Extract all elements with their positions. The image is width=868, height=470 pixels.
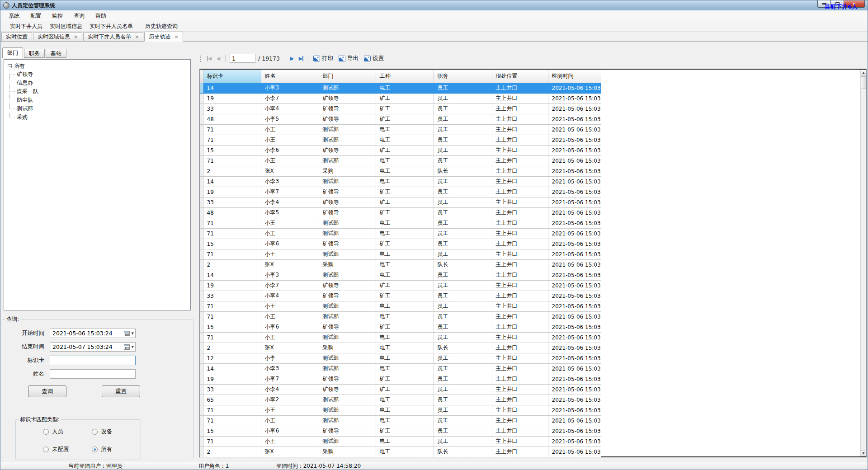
- toolbar-button-历史轨迹查询[interactable]: 历史轨迹查询: [142, 21, 181, 32]
- column-header-现处位置[interactable]: 现处位置: [492, 70, 548, 83]
- tree-root-node[interactable]: 所有: [6, 62, 189, 70]
- radio-option-人员[interactable]: 人员: [43, 428, 92, 436]
- toolbar-button-实时区域信息[interactable]: 实时区域信息: [46, 21, 86, 32]
- reset-button[interactable]: 重置: [102, 385, 140, 397]
- table-row[interactable]: 33小李4矿领导矿工员工主上井口2021-05-06 15:03: [200, 291, 601, 301]
- calendar-icon[interactable]: [124, 344, 130, 350]
- tab-实时区域信息[interactable]: 实时区域信息×: [33, 32, 82, 41]
- column-header-姓名[interactable]: 姓名: [261, 70, 319, 83]
- table-row[interactable]: 71小王测试部电工员工主上井口2021-05-06 15:03: [200, 155, 601, 166]
- menu-item-5[interactable]: 帮助: [90, 10, 112, 22]
- tree-node-煤采一队[interactable]: 煤采一队: [9, 87, 189, 96]
- last-page-button[interactable]: ▶: [297, 54, 306, 63]
- input-标识卡[interactable]: [50, 356, 136, 365]
- menu-item-2[interactable]: 配置: [25, 10, 47, 22]
- export-button[interactable]: 导出: [336, 54, 361, 63]
- radio-option-所有[interactable]: 所有: [92, 446, 141, 453]
- tab-close-icon[interactable]: ×: [174, 34, 178, 39]
- radio-icon-所有[interactable]: [92, 446, 98, 452]
- dropdown-arrow-icon[interactable]: ▼: [132, 345, 134, 349]
- filter-tab-部门[interactable]: 部门: [2, 47, 23, 58]
- table-row[interactable]: 14小李3测试部电工员工主上井口2021-05-06 15:03: [200, 176, 601, 187]
- tree-node-采购[interactable]: 采购: [9, 113, 189, 122]
- datetime-picker-开始时间[interactable]: 2021-05-06 15:03:24▼: [50, 329, 136, 338]
- tree-node-防尘队[interactable]: 防尘队: [9, 96, 189, 104]
- next-page-button[interactable]: ▶: [288, 54, 297, 63]
- column-header-部门[interactable]: 部门: [319, 70, 376, 83]
- radio-icon-设备[interactable]: [92, 429, 98, 435]
- table-row[interactable]: 33小李4矿领导矿工员工主上井口2021-05-06 15:03: [200, 103, 601, 114]
- table-row[interactable]: 15小李6矿领导矿工员工主上井口2021-05-06 15:03: [200, 322, 601, 332]
- table-row[interactable]: 19小李7矿领导矿工员工主上井口2021-05-06 15:03: [200, 187, 601, 197]
- table-row[interactable]: 71小王测试部电工员工主上井口2021-05-06 15:03: [200, 332, 601, 343]
- table-row[interactable]: 33小李4矿领导矿工员工主上井口2021-05-06 15:03: [200, 197, 601, 207]
- menu-item-1[interactable]: 系统: [3, 10, 25, 22]
- toolbar-button-实时下井人员名单[interactable]: 实时下井人员名单: [86, 21, 137, 32]
- tab-close-icon[interactable]: ×: [74, 34, 78, 39]
- table-row[interactable]: 71小王测试部电工员工主上井口2021-05-06 15:03: [200, 135, 601, 145]
- table-row[interactable]: 2张X采购电工队长主上井口2021-05-06 15:03: [200, 343, 601, 353]
- scroll-up-button[interactable]: ▲: [861, 70, 866, 76]
- table-row[interactable]: 2张X采购电工队长主上井口2021-05-06 15:03: [200, 166, 601, 176]
- table-row[interactable]: 71小王测试部电工员工主上井口2021-05-06 15:03: [200, 228, 601, 239]
- dropdown-arrow-icon[interactable]: ▼: [132, 332, 134, 335]
- table-row[interactable]: 15小李6矿领导矿工员工主上井口2021-05-06 15:03: [200, 145, 601, 155]
- page-number-input[interactable]: [230, 54, 255, 63]
- menu-item-3[interactable]: 监控: [47, 10, 68, 22]
- tree-node-信息办[interactable]: 信息办: [9, 79, 189, 87]
- table-row[interactable]: 33小李4矿领导矿工员工主上井口2021-05-06 15:03: [200, 384, 601, 395]
- table-row[interactable]: 48小李5矿领导矿工员工主上井口2021-05-06 15:03: [200, 114, 601, 124]
- table-row[interactable]: 14小李3测试部电工员工主上井口2021-05-06 15:03: [200, 270, 601, 280]
- tab-close-icon[interactable]: ×: [135, 34, 139, 39]
- table-row[interactable]: 14小李3测试部电工员工主上井口2021-05-06 15:03: [200, 83, 601, 93]
- input-姓名[interactable]: [50, 369, 136, 379]
- datetime-picker-结束时间[interactable]: 2021-05-07 15:03:24▼: [50, 342, 136, 352]
- table-row[interactable]: 12小李测试部电工员工主上井口2021-05-06 15:03: [200, 353, 601, 363]
- prev-page-button[interactable]: ◀: [214, 54, 223, 63]
- radio-option-未配置[interactable]: 未配置: [43, 446, 92, 453]
- table-row[interactable]: 2张X采购电工队长主上井口2021-05-06 15:03: [200, 446, 601, 457]
- table-row[interactable]: 15小李6矿领导矿工员工主上井口2021-05-06 15:03: [200, 426, 601, 436]
- radio-icon-人员[interactable]: [43, 429, 49, 435]
- table-row[interactable]: 71小王测试部电工员工主上井口2021-05-06 15:03: [200, 301, 601, 311]
- toolbar-button-实时下井人员[interactable]: 实时下井人员: [6, 21, 46, 32]
- filter-tab-基站[interactable]: 基站: [46, 49, 66, 58]
- table-row[interactable]: 14小李3测试部电工员工主上井口2021-05-06 15:03: [200, 363, 601, 374]
- menu-item-4[interactable]: 查询: [68, 10, 90, 22]
- pager-grip[interactable]: [200, 55, 201, 62]
- toolbar-grip[interactable]: [2, 23, 4, 30]
- scroll-thumb[interactable]: [861, 76, 866, 89]
- tab-实时位置[interactable]: 实时位置: [1, 32, 32, 41]
- table-row[interactable]: 48小李5矿领导矿工员工主上井口2021-05-06 15:03: [200, 207, 601, 218]
- column-header-工种[interactable]: 工种: [376, 70, 434, 83]
- table-row[interactable]: 2张X采购电工队长主上井口2021-05-06 15:03: [200, 259, 601, 270]
- table-row[interactable]: 19小李7矿领导矿工员工主上井口2021-05-06 15:03: [200, 374, 601, 384]
- column-header-标识卡[interactable]: 标识卡: [203, 70, 261, 83]
- table-row[interactable]: 15小李6矿领导矿工员工主上井口2021-05-06 15:03: [200, 239, 601, 249]
- vertical-scrollbar[interactable]: ▲ ▼: [860, 70, 866, 456]
- column-header-职务[interactable]: 职务: [434, 70, 492, 83]
- filter-tab-职务[interactable]: 职务: [24, 49, 45, 58]
- table-row[interactable]: 19小李7矿领导矿工员工主上井口2021-05-06 15:03: [200, 280, 601, 291]
- scroll-down-button[interactable]: ▼: [861, 450, 866, 456]
- column-header-检测时间[interactable]: 检测时间: [548, 70, 601, 83]
- table-row[interactable]: 71小王测试部电工员工主上井口2021-05-06 15:03: [200, 415, 601, 426]
- tab-历史轨迹[interactable]: 历史轨迹×: [144, 32, 183, 42]
- table-row[interactable]: 71小王测试部电工员工主上井口2021-05-06 15:03: [200, 249, 601, 259]
- collapse-icon[interactable]: [8, 64, 12, 68]
- tree-node-矿领导[interactable]: 矿领导: [9, 70, 189, 79]
- calendar-icon[interactable]: [124, 331, 130, 336]
- query-button[interactable]: 查询: [28, 385, 66, 397]
- table-row[interactable]: 71小王测试部电工员工主上井口2021-05-06 15:03: [200, 124, 601, 135]
- tree-node-测试部[interactable]: 测试部: [9, 104, 189, 113]
- table-row[interactable]: 19小李7矿领导矿工员工主上井口2021-05-06 15:03: [200, 93, 601, 103]
- radio-icon-未配置[interactable]: [43, 446, 49, 452]
- tab-实时下井人员名单[interactable]: 实时下井人员名单×: [83, 32, 143, 41]
- table-row[interactable]: 65小李2测试部电工员工主上井口2021-05-06 15:03: [200, 395, 601, 405]
- settings-button[interactable]: 设置: [361, 54, 387, 63]
- print-button[interactable]: 打印: [311, 54, 336, 63]
- table-row[interactable]: 71小王测试部电工员工主上井口2021-05-06 15:03: [200, 405, 601, 415]
- table-row[interactable]: 71小王测试部电工员工主上井口2021-05-06 15:03: [200, 218, 601, 228]
- radio-option-设备[interactable]: 设备: [92, 428, 141, 436]
- table-row[interactable]: 71小王测试部电工员工主上井口2021-05-06 15:03: [200, 436, 601, 446]
